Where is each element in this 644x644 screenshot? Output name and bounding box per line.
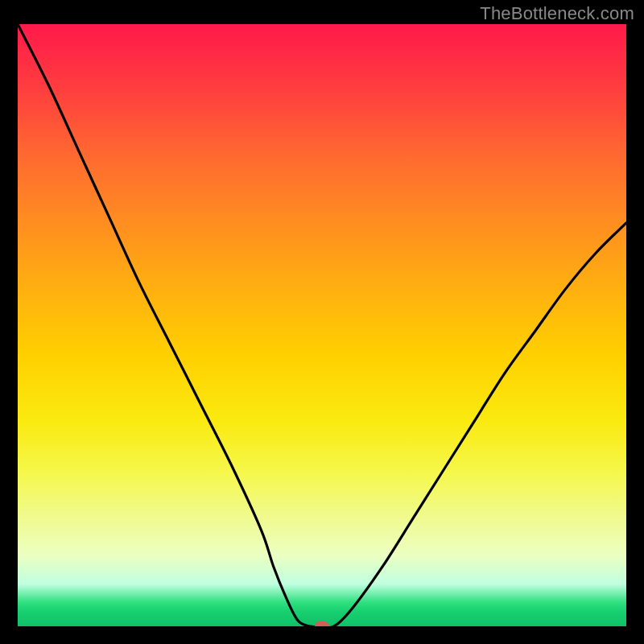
chart-curve: [18, 24, 626, 626]
optimum-marker: [315, 621, 329, 626]
watermark-text: TheBottleneck.com: [480, 3, 634, 24]
plot-area: [18, 24, 626, 626]
